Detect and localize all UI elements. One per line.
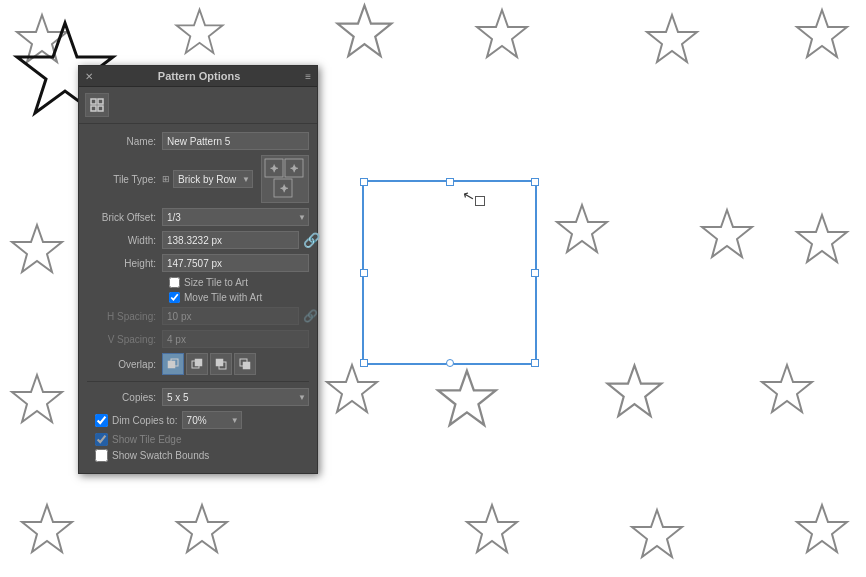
svg-rect-23 bbox=[91, 106, 96, 111]
star-decoration bbox=[470, 5, 535, 70]
height-row: Height: bbox=[87, 254, 309, 272]
handle-bottom-left[interactable] bbox=[360, 359, 368, 367]
svg-marker-2 bbox=[338, 5, 392, 56]
grid-icon-button[interactable] bbox=[85, 93, 109, 117]
svg-rect-21 bbox=[91, 99, 96, 104]
width-input[interactable] bbox=[162, 231, 299, 249]
svg-marker-7 bbox=[557, 205, 607, 252]
star-decoration bbox=[5, 370, 70, 435]
width-label: Width: bbox=[87, 235, 162, 246]
panel-titlebar: ✕ Pattern Options ≡ bbox=[79, 66, 317, 87]
overlap-btn-3[interactable] bbox=[210, 353, 232, 375]
show-swatch-row: Show Swatch Bounds bbox=[87, 449, 309, 462]
svg-text:✦: ✦ bbox=[280, 183, 288, 194]
copies-select[interactable]: 5 x 5 bbox=[162, 388, 309, 406]
show-swatch-checkbox[interactable] bbox=[95, 449, 108, 462]
dim-copies-checkbox[interactable] bbox=[95, 414, 108, 427]
star-decoration bbox=[170, 500, 235, 565]
name-label: Name: bbox=[87, 136, 162, 147]
brick-offset-label: Brick Offset: bbox=[87, 212, 162, 223]
copies-row: Copies: 5 x 5 ▼ bbox=[87, 388, 309, 406]
h-spacing-label: H Spacing: bbox=[87, 311, 162, 322]
svg-marker-11 bbox=[327, 365, 377, 412]
move-tile-checkbox[interactable] bbox=[169, 292, 180, 303]
overlap-label: Overlap: bbox=[87, 359, 162, 370]
svg-rect-24 bbox=[98, 106, 103, 111]
width-row: Width: 🔗 bbox=[87, 231, 309, 249]
overlap-btn-1[interactable] bbox=[162, 353, 184, 375]
svg-marker-12 bbox=[438, 371, 496, 425]
svg-rect-22 bbox=[98, 99, 103, 104]
size-tile-label: Size Tile to Art bbox=[184, 277, 248, 288]
svg-marker-3 bbox=[477, 10, 527, 57]
star-decoration bbox=[430, 365, 505, 440]
star-decoration bbox=[600, 360, 670, 430]
overlap-btn-2[interactable] bbox=[186, 353, 208, 375]
handle-middle-right[interactable] bbox=[531, 269, 539, 277]
star-decoration bbox=[695, 205, 760, 270]
height-label: Height: bbox=[87, 258, 162, 269]
panel-icon-bar bbox=[79, 87, 317, 124]
panel-menu-button[interactable]: ≡ bbox=[305, 71, 311, 82]
v-spacing-input[interactable] bbox=[162, 330, 309, 348]
show-tile-label: Show Tile Edge bbox=[112, 434, 182, 445]
star-decoration bbox=[625, 505, 690, 570]
handle-top-center[interactable] bbox=[446, 178, 454, 186]
svg-marker-5 bbox=[797, 10, 847, 57]
star-decoration bbox=[550, 200, 615, 265]
size-tile-row: Size Tile to Art bbox=[87, 277, 309, 288]
size-tile-checkbox[interactable] bbox=[169, 277, 180, 288]
star-decoration bbox=[170, 5, 230, 65]
separator bbox=[87, 381, 309, 382]
dim-copies-select[interactable]: 70% bbox=[182, 411, 242, 429]
handle-top-left[interactable] bbox=[360, 178, 368, 186]
svg-marker-10 bbox=[12, 375, 62, 422]
star-decoration bbox=[790, 210, 855, 275]
brick-offset-row: Brick Offset: 1/3 ▼ bbox=[87, 208, 309, 226]
star-decoration bbox=[320, 360, 385, 425]
brick-offset-select[interactable]: 1/3 bbox=[162, 208, 309, 226]
cursor-box bbox=[475, 196, 485, 206]
height-input[interactable] bbox=[162, 254, 309, 272]
star-decoration bbox=[790, 5, 855, 70]
svg-marker-19 bbox=[797, 505, 847, 552]
star-decoration bbox=[460, 500, 525, 565]
handle-middle-left[interactable] bbox=[360, 269, 368, 277]
svg-marker-13 bbox=[608, 365, 662, 416]
h-spacing-input[interactable] bbox=[162, 307, 299, 325]
name-input[interactable] bbox=[162, 132, 309, 150]
handle-bottom-center[interactable] bbox=[446, 359, 454, 367]
svg-marker-16 bbox=[177, 505, 227, 552]
overlap-btn-4[interactable] bbox=[234, 353, 256, 375]
lock-icon[interactable]: 🔗 bbox=[303, 232, 320, 248]
star-decoration bbox=[15, 500, 80, 565]
tile-type-select[interactable]: Brick by Row bbox=[173, 170, 253, 188]
panel-title: Pattern Options bbox=[158, 70, 241, 82]
svg-marker-14 bbox=[762, 365, 812, 412]
svg-marker-15 bbox=[22, 505, 72, 552]
svg-marker-1 bbox=[176, 10, 222, 53]
handle-top-right[interactable] bbox=[531, 178, 539, 186]
show-swatch-label: Show Swatch Bounds bbox=[112, 450, 209, 461]
svg-marker-4 bbox=[647, 15, 697, 62]
tile-type-row: Tile Type: ⊞ Brick by Row ▼ ✦ bbox=[87, 155, 309, 203]
dim-copies-row: Dim Copies to: 70% ▼ bbox=[87, 411, 309, 429]
panel-close-button[interactable]: ✕ bbox=[85, 71, 93, 82]
move-tile-row: Move Tile with Art bbox=[87, 292, 309, 303]
show-tile-checkbox[interactable] bbox=[95, 433, 108, 446]
svg-marker-9 bbox=[797, 215, 847, 262]
star-decoration bbox=[330, 0, 400, 70]
handle-bottom-right[interactable] bbox=[531, 359, 539, 367]
overlap-row: Overlap: bbox=[87, 353, 309, 375]
svg-text:✦: ✦ bbox=[270, 163, 278, 174]
h-spacing-row: H Spacing: 🔗 bbox=[87, 307, 309, 325]
star-decoration bbox=[640, 10, 705, 75]
svg-marker-8 bbox=[702, 210, 752, 257]
svg-marker-18 bbox=[632, 510, 682, 557]
pattern-options-panel: ✕ Pattern Options ≡ Name: Tile Type: ⊞ bbox=[78, 65, 318, 474]
svg-marker-17 bbox=[467, 505, 517, 552]
panel-body: Name: Tile Type: ⊞ Brick by Row ▼ bbox=[79, 124, 317, 473]
star-decoration bbox=[790, 500, 855, 565]
tile-preview: ✦ ✦ ✦ bbox=[261, 155, 309, 203]
star-decoration bbox=[755, 360, 820, 425]
